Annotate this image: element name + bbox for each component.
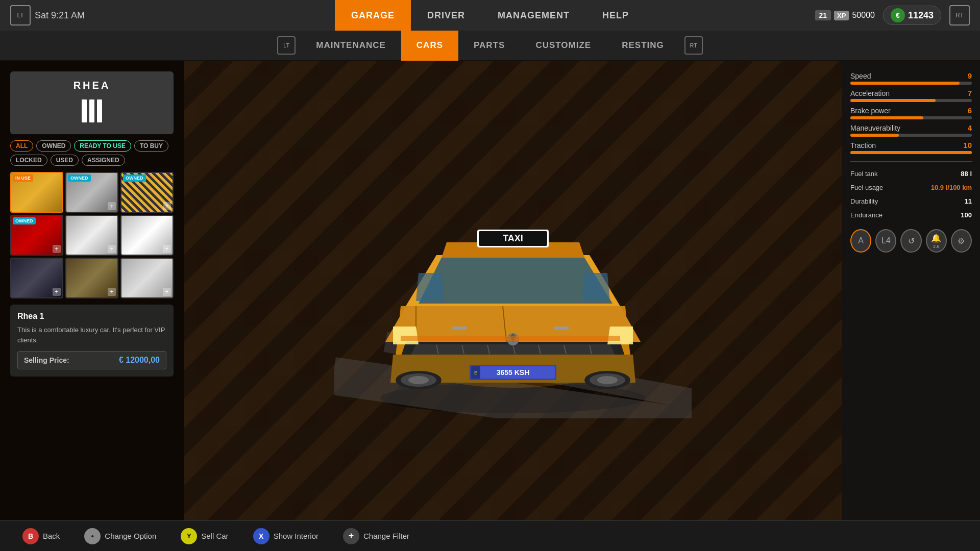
svg-marker-18 [582,273,610,301]
car-thumb-5[interactable]: + [120,215,174,256]
datetime-area: LT Sat 9:21 AM [10,5,85,26]
car-icon-turbo[interactable]: ↺ [900,229,921,253]
back-label: Back [43,532,60,540]
left-panel: RHEA ALL OWNED READY TO USE TO BUY LOCKE… [0,61,184,520]
detail-durability: Durability 11 [850,196,972,206]
car-thumb-1[interactable]: OWNED + [65,172,118,213]
tag-all[interactable]: ALL [10,140,33,152]
svg-rect-46 [452,327,467,330]
change-filter-label: Change Filter [363,532,409,540]
stat-brake-fill [850,116,923,119]
stat-traction-val: 10 [963,141,972,149]
car-thumb-3[interactable]: OWNED + [10,215,63,256]
car-badge-0: IN USE [13,174,33,182]
bottom-bar: B Back ● Change Option Y Sell Car X Show… [0,520,980,551]
stat-maneuver-label: Maneuverability [850,124,900,132]
stat-brake-val: 6 [968,106,972,115]
car-icon-settings[interactable]: ⚙ [951,229,972,253]
stat-accel-bar [850,99,972,102]
xp-label: XP [834,11,849,20]
stat-speed-bar [850,82,972,85]
stat-speed-label: Speed [850,72,871,80]
subnav-maintenance[interactable]: MAINTENANCE [301,30,401,61]
nav-garage[interactable]: GARAGE [335,0,411,31]
svg-rect-1 [89,99,94,122]
action-change-option[interactable]: ● Change Option [72,521,168,551]
subnav-resting[interactable]: RESTING [606,30,679,61]
svg-text:E: E [474,370,477,375]
circle-button: ● [84,528,101,544]
svg-rect-0 [82,99,87,122]
turbo-icon: ↺ [908,236,915,246]
tag-to-buy[interactable]: TO BUY [134,140,168,152]
car-thumb-0[interactable]: IN USE [10,172,63,213]
y-button: Y [181,528,197,544]
stat-traction-bar [850,151,972,154]
alert-val: 2.6 [933,244,940,249]
action-back[interactable]: B Back [10,521,72,551]
auto-icon: A [858,236,864,245]
tag-assigned[interactable]: ASSIGNED [82,155,125,166]
sell-car-label: Sell Car [201,532,228,540]
nav-management[interactable]: MANAGEMENT [481,0,586,31]
stat-brake-bar [850,116,972,119]
action-change-filter[interactable]: + Change Filter [331,521,422,551]
stat-divider [850,161,972,162]
car-icon-l4[interactable]: L4 [875,229,896,253]
car-icon-alert[interactable]: 🔔 2.6 [926,229,947,253]
detail-fuel-tank-val: 88 l [961,170,972,178]
nav-help[interactable]: HELP [586,0,645,31]
xp-badge: 21 XP 50000 [815,10,875,20]
car-thumb-7[interactable]: + [65,258,118,298]
stat-accel-label: Acceleration [850,89,890,97]
tag-ready-to-use[interactable]: READY TO USE [74,140,131,152]
nav-driver[interactable]: DRIVER [411,0,481,31]
car-plus-5: + [163,245,171,253]
tag-used[interactable]: USED [51,155,79,166]
svg-marker-48 [401,336,620,341]
alert-icon: 🔔 [931,233,941,243]
detail-fuel-usage: Fuel usage 10.9 l/100 km [850,183,972,192]
subnav-parts[interactable]: PARTS [458,30,520,61]
xp-level: 21 [815,10,831,20]
car-badge-1: OWNED [68,174,91,182]
money-badge: € 11243 [883,6,941,25]
price-label: Selling Price: [24,356,69,364]
car-plus-3: + [53,245,61,253]
sub-lt-icon[interactable]: LT [277,36,296,55]
b-button: B [22,528,39,544]
svg-marker-38 [393,327,419,344]
car-thumb-4[interactable]: + [65,215,118,256]
svg-rect-2 [97,99,102,122]
lt-icon[interactable]: LT [10,5,31,26]
brand-logo [77,95,107,126]
stat-maneuver-val: 4 [968,123,972,132]
sub-rt-icon[interactable]: RT [684,36,703,55]
car-icon-auto[interactable]: A [850,229,871,253]
stat-brake-label: Brake power [850,107,891,115]
tag-owned[interactable]: OWNED [36,140,71,152]
rt-icon[interactable]: RT [949,5,970,26]
detail-endurance-val: 100 [961,211,972,219]
price-row: Selling Price: € 12000,00 [17,351,166,369]
action-sell-car[interactable]: Y Sell Car [168,521,240,551]
car-brand-name: RHEA [74,80,111,91]
car-thumb-2[interactable]: OWNED + [120,172,174,213]
car-info-box: Rhea 1 This is a comfortable luxury car.… [10,305,174,377]
subnav-customize[interactable]: CUSTOMIZE [520,30,606,61]
subnav-cars[interactable]: CARS [401,30,458,61]
action-show-interior[interactable]: X Show Interior [241,521,331,551]
detail-endurance: Endurance 100 [850,210,972,220]
svg-marker-39 [607,327,633,344]
main-content: RHEA ALL OWNED READY TO USE TO BUY LOCKE… [0,61,980,520]
tag-locked[interactable]: LOCKED [10,155,47,166]
stat-traction-fill [850,151,972,154]
car-plus-7: + [108,288,116,296]
x-button: X [253,528,270,544]
car-thumb-6[interactable]: + [10,258,63,298]
car-thumb-8[interactable]: + [120,258,174,298]
stat-accel-val: 7 [968,89,972,97]
stat-maneuver-bar [850,134,972,137]
car-icons-row: A L4 ↺ 🔔 2.6 ⚙ [850,229,972,253]
stat-speed-fill [850,82,960,85]
